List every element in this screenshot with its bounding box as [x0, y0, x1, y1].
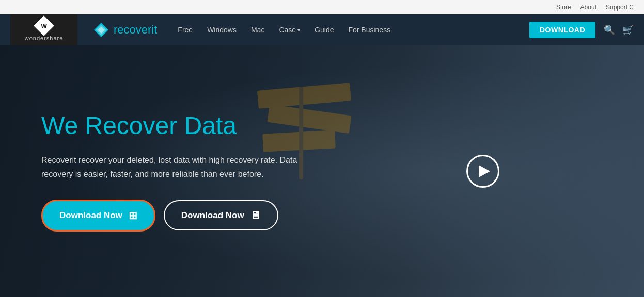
- mac-finder-icon: 🖥: [250, 209, 261, 221]
- play-button[interactable]: [466, 155, 499, 188]
- support-link[interactable]: Support C: [606, 4, 634, 11]
- recoverit-diamond-icon: [93, 22, 109, 38]
- store-link[interactable]: Store: [556, 4, 571, 11]
- nav-case-link[interactable]: Case: [279, 26, 296, 34]
- hero-title: We Recover Data: [41, 111, 310, 141]
- nav-for-business[interactable]: For Business: [348, 26, 390, 34]
- nav-download-button[interactable]: DOWNLOAD: [529, 22, 595, 38]
- download-windows-button[interactable]: Download Now ⊞: [41, 200, 155, 232]
- hero-buttons: Download Now ⊞ Download Now 🖥: [41, 200, 310, 232]
- nav-mac[interactable]: Mac: [251, 26, 264, 34]
- search-icon[interactable]: 🔍: [604, 24, 615, 36]
- case-chevron-icon: ▾: [297, 27, 300, 33]
- about-link[interactable]: About: [580, 4, 596, 11]
- nav-free[interactable]: Free: [178, 26, 193, 34]
- play-triangle-icon: [479, 165, 490, 177]
- windows-icon: ⊞: [129, 209, 137, 222]
- nav-case[interactable]: Case ▾: [279, 26, 300, 34]
- download-windows-label: Download Now: [59, 210, 122, 221]
- nav-guide[interactable]: Guide: [315, 26, 334, 34]
- recoverit-logo-text: recoverit: [114, 23, 157, 37]
- nav-links: Free Windows Mac Case ▾ Guide For Busine…: [178, 26, 529, 34]
- hero-section: We Recover Data Recoverit recover your d…: [0, 45, 644, 297]
- nav-icons: 🔍 🛒: [604, 24, 634, 36]
- main-navbar: wondershare recoverit Free Windows Mac C…: [0, 14, 644, 45]
- wondershare-logo[interactable]: wondershare: [10, 14, 77, 45]
- hero-subtitle: Recoverit recover your deleted, lost dat…: [41, 153, 310, 181]
- download-mac-button[interactable]: Download Now 🖥: [164, 200, 278, 230]
- cart-icon[interactable]: 🛒: [622, 24, 634, 36]
- recoverit-logo[interactable]: recoverit: [93, 22, 157, 38]
- download-mac-label: Download Now: [181, 210, 244, 221]
- utility-bar: Store About Support C: [0, 0, 644, 14]
- hero-content: We Recover Data Recoverit recover your d…: [0, 111, 351, 232]
- ws-diamond-icon: [34, 15, 54, 36]
- nav-windows[interactable]: Windows: [207, 26, 237, 34]
